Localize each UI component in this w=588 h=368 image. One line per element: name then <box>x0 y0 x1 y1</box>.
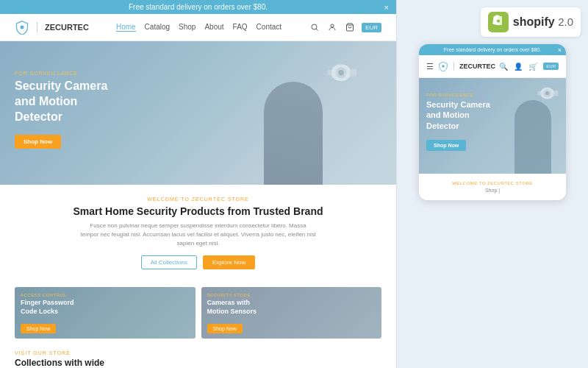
svg-rect-8 <box>349 69 356 77</box>
right-panel: shopify 2.0 Free standard delivery on or… <box>397 0 588 368</box>
mobile-logo-text: ZECURTEC <box>459 63 495 70</box>
mobile-menu-icon[interactable]: ☰ <box>426 62 434 71</box>
card-1-title: Finger PasswordCode Locks <box>21 299 74 316</box>
logo-divider <box>37 22 37 32</box>
svg-rect-17 <box>537 91 540 95</box>
mobile-currency-selector[interactable]: EUR <box>543 63 559 70</box>
mobile-nav-icons: 🔍 👤 🛒 EUR <box>499 63 559 71</box>
mobile-camera-icon <box>534 84 560 102</box>
card-2-title: Cameras withMotion Sensors <box>207 299 257 316</box>
user-icon[interactable] <box>326 21 338 33</box>
shopify-logo-icon <box>488 12 509 32</box>
shopify-badge: shopify 2.0 <box>481 7 581 37</box>
svg-rect-9 <box>327 70 331 76</box>
search-icon[interactable] <box>309 21 320 33</box>
hero-tag: FOR SURVEILLANCE <box>15 71 118 76</box>
mobile-cart-icon[interactable]: 🛒 <box>528 63 537 71</box>
hero-cta-button[interactable]: Shop Now <box>15 135 61 149</box>
shopify-label: shopify <box>513 15 555 28</box>
card-1-tag: ACCESS CONTROL <box>21 293 74 297</box>
svg-point-11 <box>497 20 500 23</box>
logo-text: ZECURTEC <box>45 23 89 32</box>
hero-camera-icon <box>323 60 359 85</box>
hero-content: FOR SURVEILLANCE Security Camera and Mot… <box>15 71 118 149</box>
content-description: Fusce non pulvinar neque semper suspendi… <box>81 222 316 248</box>
mobile-hero-tag: FOR SURVEILENCE <box>426 93 496 97</box>
collections-tag: VISIT OUR STORE <box>15 350 381 355</box>
card-2-content: SECURITY STORE Cameras withMotion Sensor… <box>207 293 257 333</box>
mobile-shop-label: Shop | <box>426 188 559 193</box>
card-access-control: ACCESS CONTROL Finger PasswordCode Locks… <box>15 287 196 339</box>
card-security-cameras: SECURITY STORE Cameras withMotion Sensor… <box>201 287 382 339</box>
mobile-logo: ZECURTEC <box>438 61 495 71</box>
announcement-bar: Free standard delivery on orders over $8… <box>0 0 396 14</box>
content-section: WELCOME TO ZECURTEC STORE Smart Home Sec… <box>0 185 396 287</box>
collections-bar: VISIT OUR STORE Collections with wide <box>0 346 396 368</box>
svg-point-15 <box>545 91 549 95</box>
nav-links: Home Catalog Shop About FAQ Contact <box>116 23 282 32</box>
nav-shop[interactable]: Shop <box>179 23 196 32</box>
mobile-hero-content: FOR SURVEILENCE Security Camera and Moti… <box>426 93 496 151</box>
product-cards: ACCESS CONTROL Finger PasswordCode Locks… <box>0 287 396 339</box>
card-1-content: ACCESS CONTROL Finger PasswordCode Locks… <box>21 293 74 333</box>
mobile-announcement-bar: Free standard delivery on orders over $8… <box>419 44 566 55</box>
svg-point-12 <box>442 65 445 68</box>
announcement-close[interactable]: × <box>384 3 389 12</box>
announcement-text: Free standard delivery on orders over $8… <box>129 3 268 11</box>
mobile-logo-icon <box>438 61 448 71</box>
explore-now-button[interactable]: Explore Now <box>203 255 255 269</box>
card-2-button[interactable]: Shop Now <box>207 324 243 333</box>
svg-point-7 <box>338 70 344 76</box>
nav-contact[interactable]: Contact <box>257 23 282 32</box>
nav-about[interactable]: About <box>204 23 223 32</box>
mobile-nav: ☰ ZECURTEC 🔍 👤 🛒 EUR <box>419 55 566 78</box>
svg-rect-16 <box>553 91 558 96</box>
logo-shield-icon <box>15 20 29 35</box>
currency-selector[interactable]: EUR <box>362 23 381 32</box>
mobile-announcement-text: Free standard delivery on orders over $8… <box>444 47 541 52</box>
mobile-close-icon[interactable]: × <box>558 46 562 54</box>
mobile-hero-title: Security Camera and Motion Detector <box>426 99 496 131</box>
svg-point-3 <box>331 24 334 27</box>
mobile-device-preview: Free standard delivery on orders over $8… <box>419 44 566 200</box>
shopify-text: shopify 2.0 <box>513 15 573 29</box>
mobile-content-section: WELCOME TO ZECURTEC STORE Shop | <box>419 174 566 200</box>
nav-icons: EUR <box>309 21 381 33</box>
desktop-nav: ZECURTEC Home Catalog Shop About FAQ Con… <box>0 14 396 41</box>
all-collections-button[interactable]: All Collections <box>141 255 197 269</box>
mobile-hero-section: FOR SURVEILENCE Security Camera and Moti… <box>419 78 566 174</box>
collections-title: Collections with wide <box>15 358 381 368</box>
nav-faq[interactable]: FAQ <box>233 23 248 32</box>
mobile-hero-cta-button[interactable]: Shop Now <box>426 140 466 151</box>
svg-point-1 <box>312 24 317 29</box>
nav-catalog[interactable]: Catalog <box>145 23 170 32</box>
card-1-button[interactable]: Shop Now <box>21 324 56 333</box>
mobile-logo-divider <box>453 63 454 70</box>
content-buttons: All Collections Explore Now <box>15 255 381 269</box>
mobile-section-tag: WELCOME TO ZECURTEC STORE <box>426 181 559 185</box>
svg-line-2 <box>316 29 318 30</box>
card-2-tag: SECURITY STORE <box>207 293 257 297</box>
mobile-search-icon[interactable]: 🔍 <box>499 63 508 71</box>
mobile-hero-person <box>514 100 551 174</box>
logo: ZECURTEC <box>15 20 89 35</box>
nav-home[interactable]: Home <box>116 23 136 32</box>
shopify-version: 2.0 <box>558 15 573 28</box>
desktop-preview: Free standard delivery on orders over $8… <box>0 0 397 368</box>
hero-section: FOR SURVEILLANCE Security Camera and Mot… <box>0 41 396 185</box>
mobile-user-icon[interactable]: 👤 <box>514 63 523 71</box>
hero-person-image <box>264 82 323 185</box>
content-tag: WELCOME TO ZECURTEC STORE <box>15 197 381 202</box>
hero-title: Security Camera and Motion Detector <box>15 79 118 124</box>
content-title: Smart Home Security Products from Truste… <box>15 205 381 217</box>
cart-icon[interactable] <box>344 21 356 33</box>
svg-point-0 <box>21 26 24 29</box>
